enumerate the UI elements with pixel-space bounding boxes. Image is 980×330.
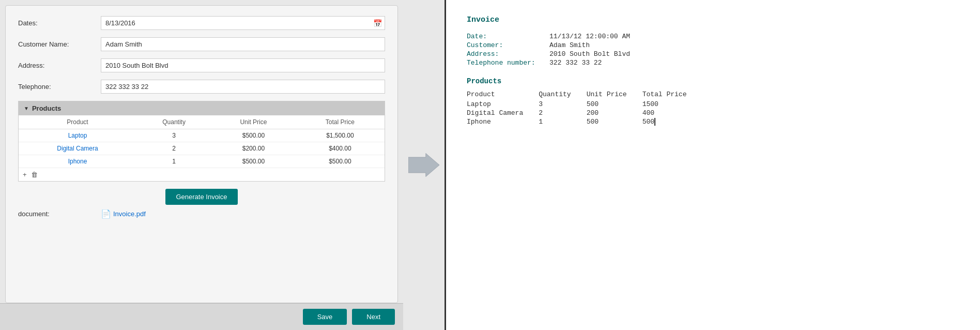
products-header-label: Products bbox=[32, 104, 61, 112]
products-preview-title: Products bbox=[467, 77, 959, 85]
product-quantity-cell: 3 bbox=[136, 129, 211, 142]
table-row: Iphone 1 $500.00 $500.00 bbox=[19, 155, 385, 168]
telephone-label: Telephone: bbox=[18, 83, 101, 91]
chevron-down-icon: ▼ bbox=[24, 106, 29, 111]
invoice-pdf-link[interactable]: 📄 Invoice.pdf bbox=[101, 209, 146, 219]
preview-date-label: Date: bbox=[467, 33, 549, 40]
product-name-cell: Digital Camera bbox=[19, 142, 136, 155]
right-panel: Invoice Date: 11/13/12 12:00:00 AM Custo… bbox=[445, 0, 980, 330]
preview-customer-value: Adam Smith bbox=[549, 41, 590, 49]
preview-telephone-value: 322 332 33 22 bbox=[549, 59, 602, 67]
preview-table-row: Digital Camera 2 200 400 bbox=[467, 109, 702, 118]
product-total-price-cell: $400.00 bbox=[296, 142, 385, 155]
generate-section: Generate Invoice document: 📄 Invoice.pdf bbox=[18, 189, 385, 219]
product-unit-price-cell: $500.00 bbox=[211, 129, 296, 142]
col-product: Product bbox=[19, 115, 136, 129]
product-total-price-cell: $500.00 bbox=[296, 155, 385, 168]
delete-product-button[interactable]: 🗑 bbox=[31, 171, 38, 178]
col-quantity: Quantity bbox=[136, 115, 211, 129]
telephone-input-wrapper bbox=[101, 80, 385, 94]
dates-input-wrapper: 📅 bbox=[101, 16, 385, 30]
pdf-filename: Invoice.pdf bbox=[113, 210, 146, 218]
calendar-icon[interactable]: 📅 bbox=[373, 19, 382, 27]
products-footer: + 🗑 bbox=[19, 168, 385, 181]
table-row: Laptop 3 $500.00 $1,500.00 bbox=[19, 129, 385, 142]
dates-row: Dates: 📅 bbox=[18, 16, 385, 30]
preview-product-total-price: 1500 bbox=[642, 100, 702, 109]
table-row: Digital Camera 2 $200.00 $400.00 bbox=[19, 142, 385, 155]
arrow-divider bbox=[403, 0, 445, 330]
preview-product-name: Iphone bbox=[467, 118, 539, 127]
preview-telephone-row: Telephone number: 322 332 33 22 bbox=[467, 59, 959, 67]
invoice-preview-title: Invoice bbox=[467, 16, 959, 24]
preview-table-row: Iphone 1 500 500 bbox=[467, 118, 702, 127]
products-table: Product Quantity Unit Price Total Price … bbox=[19, 115, 385, 168]
preview-col-product: Product bbox=[467, 91, 539, 100]
svg-marker-0 bbox=[408, 154, 439, 177]
product-name-cell: Iphone bbox=[19, 155, 136, 168]
preview-address-value: 2010 South Bolt Blvd bbox=[549, 50, 630, 58]
preview-product-quantity: 3 bbox=[539, 100, 586, 109]
telephone-row: Telephone: bbox=[18, 80, 385, 94]
product-unit-price-cell: $200.00 bbox=[211, 142, 296, 155]
customer-name-input[interactable] bbox=[101, 37, 385, 51]
col-unit-price: Unit Price bbox=[211, 115, 296, 129]
product-unit-price-cell: $500.00 bbox=[211, 155, 296, 168]
preview-address-label: Address: bbox=[467, 50, 549, 58]
preview-product-quantity: 1 bbox=[539, 118, 586, 127]
preview-customer-label: Customer: bbox=[467, 41, 549, 49]
arrow-icon bbox=[408, 152, 439, 178]
next-button[interactable]: Next bbox=[352, 309, 395, 325]
generate-invoice-button[interactable]: Generate Invoice bbox=[165, 189, 237, 205]
customer-name-row: Customer Name: bbox=[18, 37, 385, 51]
bottom-bar: Save Next bbox=[0, 303, 403, 330]
invoice-info: Date: 11/13/12 12:00:00 AM Customer: Ada… bbox=[467, 33, 959, 67]
col-total-price: Total Price bbox=[296, 115, 385, 129]
product-quantity-cell: 2 bbox=[136, 142, 211, 155]
customer-name-label: Customer Name: bbox=[18, 40, 101, 48]
products-preview-table: Product Quantity Unit Price Total Price … bbox=[467, 91, 702, 127]
preview-date-row: Date: 11/13/12 12:00:00 AM bbox=[467, 33, 959, 40]
dates-input[interactable] bbox=[101, 16, 385, 30]
preview-col-unit-price: Unit Price bbox=[587, 91, 642, 100]
preview-product-unit-price: 200 bbox=[587, 109, 642, 118]
preview-customer-row: Customer: Adam Smith bbox=[467, 41, 959, 49]
preview-telephone-label: Telephone number: bbox=[467, 59, 549, 67]
preview-product-quantity: 2 bbox=[539, 109, 586, 118]
pdf-icon: 📄 bbox=[101, 209, 111, 219]
preview-date-value: 11/13/12 12:00:00 AM bbox=[549, 33, 630, 40]
preview-col-total-price: Total Price bbox=[642, 91, 702, 100]
products-section: ▼ Products Product Quantity Unit Price T… bbox=[18, 101, 385, 182]
add-product-button[interactable]: + bbox=[23, 171, 27, 178]
address-label: Address: bbox=[18, 62, 101, 69]
save-button[interactable]: Save bbox=[303, 309, 347, 325]
product-quantity-cell: 1 bbox=[136, 155, 211, 168]
dates-label: Dates: bbox=[18, 19, 101, 27]
preview-product-name: Laptop bbox=[467, 100, 539, 109]
preview-table-row: Laptop 3 500 1500 bbox=[467, 100, 702, 109]
customer-name-input-wrapper bbox=[101, 37, 385, 51]
products-header[interactable]: ▼ Products bbox=[19, 101, 385, 115]
address-row: Address: bbox=[18, 58, 385, 72]
preview-product-total-price: 500 bbox=[642, 118, 702, 127]
address-input-wrapper bbox=[101, 58, 385, 72]
address-input[interactable] bbox=[101, 58, 385, 72]
table-header-row: Product Quantity Unit Price Total Price bbox=[19, 115, 385, 129]
telephone-input[interactable] bbox=[101, 80, 385, 94]
product-name-cell: Laptop bbox=[19, 129, 136, 142]
preview-product-unit-price: 500 bbox=[587, 100, 642, 109]
product-total-price-cell: $1,500.00 bbox=[296, 129, 385, 142]
preview-address-row: Address: 2010 South Bolt Blvd bbox=[467, 50, 959, 58]
preview-product-total-price: 400 bbox=[642, 109, 702, 118]
preview-col-quantity: Quantity bbox=[539, 91, 586, 100]
document-label: document: bbox=[18, 210, 101, 218]
document-row: document: 📄 Invoice.pdf bbox=[18, 209, 385, 219]
preview-table-header-row: Product Quantity Unit Price Total Price bbox=[467, 91, 702, 100]
preview-product-name: Digital Camera bbox=[467, 109, 539, 118]
preview-product-unit-price: 500 bbox=[587, 118, 642, 127]
